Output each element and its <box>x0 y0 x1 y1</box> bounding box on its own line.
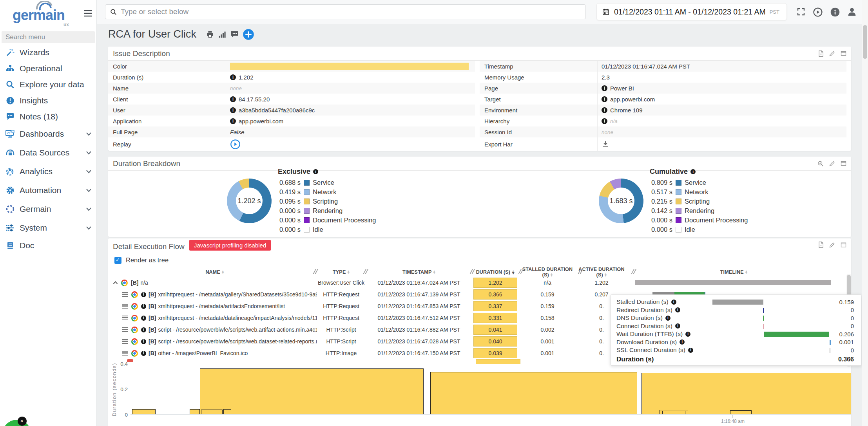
sidebar-nav: Wizards Operational Explore your data In… <box>0 44 96 253</box>
waterfall-bar[interactable] <box>223 409 231 414</box>
page-scrollbar-thumb[interactable] <box>863 25 867 59</box>
info-icon[interactable] <box>602 118 607 124</box>
info-icon[interactable] <box>141 351 146 356</box>
info-icon[interactable] <box>665 316 670 321</box>
window-icon[interactable] <box>841 161 846 166</box>
info-icon[interactable] <box>141 339 146 344</box>
checkbox-checked-icon[interactable] <box>114 257 121 264</box>
sidebar-search-input[interactable] <box>2 31 95 43</box>
info-icon[interactable] <box>141 327 146 332</box>
column-resize-handle[interactable] <box>364 269 368 274</box>
info-icon[interactable] <box>141 292 146 297</box>
sidebar-item-analytics[interactable]: Analytics <box>0 162 96 181</box>
chat-close-icon[interactable] <box>18 417 27 426</box>
row-menu-icon[interactable] <box>122 292 128 297</box>
info-icon[interactable] <box>141 316 146 321</box>
info-icon[interactable] <box>685 332 690 337</box>
waterfall-bar[interactable] <box>200 368 424 414</box>
play-circle-icon[interactable] <box>813 7 823 17</box>
column-header-stalled-duration[interactable]: STALLED DURATION (S)▲▼ <box>518 267 576 278</box>
column-resize-handle[interactable] <box>632 269 636 274</box>
column-resize-handle[interactable] <box>313 269 317 274</box>
page-scrollbar[interactable] <box>862 0 868 426</box>
info-icon[interactable] <box>141 304 146 309</box>
info-icon[interactable] <box>675 323 680 329</box>
window-icon[interactable] <box>841 51 846 56</box>
sidebar-item-notes[interactable]: Notes (18) <box>0 108 96 125</box>
comment-icon[interactable] <box>230 30 239 39</box>
dashed-circle-icon <box>5 204 16 214</box>
global-search-input[interactable] <box>121 7 581 16</box>
user-icon[interactable] <box>846 6 857 17</box>
edit-pencil-icon[interactable] <box>829 51 835 56</box>
column-header-active-duration[interactable]: ACTIVE DURATION (S)▲▼ <box>576 267 627 278</box>
sidebar-item-dashboards[interactable]: Dashboards <box>0 125 96 143</box>
waterfall-bar[interactable] <box>190 409 200 414</box>
sidebar-item-automation[interactable]: Automation <box>0 181 96 200</box>
info-icon[interactable] <box>690 169 696 174</box>
menu-toggle-icon[interactable] <box>83 9 92 17</box>
info-icon[interactable] <box>830 7 840 17</box>
info-icon[interactable] <box>688 348 693 353</box>
replay-play-icon[interactable] <box>230 139 241 150</box>
cumulative-donut-chart[interactable]: 1.683 s <box>599 179 643 223</box>
waterfall-bar[interactable] <box>132 409 156 414</box>
edit-pencil-icon[interactable] <box>829 161 835 166</box>
sidebar-item-insights[interactable]: Insights <box>0 92 96 108</box>
fullscreen-icon[interactable] <box>796 7 806 16</box>
waterfall-bar[interactable] <box>662 411 685 414</box>
download-icon[interactable] <box>602 140 609 148</box>
info-icon[interactable] <box>230 107 236 113</box>
info-icon[interactable] <box>671 300 676 305</box>
info-icon[interactable] <box>602 96 607 102</box>
info-icon[interactable] <box>602 107 607 113</box>
column-resize-handle[interactable] <box>578 269 582 274</box>
sidebar-item-doc[interactable]: Doc <box>0 237 96 253</box>
sidebar-item-explore-your-data[interactable]: Explore your data <box>0 76 96 92</box>
sidebar-item-system[interactable]: System <box>0 218 96 237</box>
info-icon[interactable] <box>675 307 680 312</box>
exclusive-donut-chart[interactable]: 1.202 s <box>227 179 272 223</box>
column-header-timeline[interactable]: TIMELINE▲▼ <box>627 269 841 275</box>
zoom-icon[interactable] <box>817 161 824 167</box>
row-menu-icon[interactable] <box>122 351 128 356</box>
waterfall-bar[interactable] <box>730 410 752 414</box>
sidebar-item-germain[interactable]: Germain <box>0 200 96 218</box>
print-icon[interactable] <box>206 30 214 39</box>
window-icon[interactable] <box>841 242 846 248</box>
sliders-icon <box>5 223 16 233</box>
info-icon[interactable] <box>230 96 236 102</box>
row-menu-icon[interactable] <box>122 339 128 344</box>
sidebar-item-wizards[interactable]: Wizards <box>0 44 96 60</box>
info-icon[interactable] <box>313 169 318 174</box>
edit-pencil-icon[interactable] <box>829 242 835 248</box>
info-icon[interactable] <box>680 339 685 345</box>
column-header-timestamp[interactable]: TIMESTAMP▲▼ <box>366 269 472 275</box>
signal-bars-icon[interactable] <box>218 30 227 39</box>
column-resize-handle[interactable] <box>519 269 523 274</box>
export-icon[interactable] <box>818 242 824 248</box>
info-icon[interactable] <box>602 85 607 91</box>
export-icon[interactable] <box>818 51 824 57</box>
timeline-bar[interactable] <box>627 280 837 285</box>
column-header-duration[interactable]: DURATION (S)▲▼ <box>472 269 518 275</box>
info-icon[interactable] <box>230 74 236 80</box>
collapse-chevron-icon[interactable] <box>113 281 118 285</box>
waterfall-bar[interactable] <box>201 410 223 414</box>
waterfall-bar[interactable] <box>430 372 637 414</box>
date-range-picker[interactable]: 01/12/2023 01:11 AM - 01/12/2023 01:21 A… <box>596 3 787 20</box>
row-menu-icon[interactable] <box>122 304 128 309</box>
sidebar-item-operational[interactable]: Operational <box>0 60 96 76</box>
add-icon[interactable] <box>243 29 254 40</box>
waterfall-bar[interactable] <box>641 373 851 414</box>
column-header-name[interactable]: NAME▲▼ <box>113 269 317 275</box>
render-as-tree-checkbox[interactable]: Render as tree <box>114 256 169 264</box>
column-resize-handle[interactable] <box>470 269 474 274</box>
column-header-type[interactable]: TYPE▲▼ <box>317 269 366 275</box>
sidebar-item-data-sources[interactable]: Data Sources <box>0 143 96 162</box>
row-menu-icon[interactable] <box>122 327 128 332</box>
row-menu-icon[interactable] <box>122 316 128 320</box>
tooltip-bar <box>763 308 764 313</box>
table-row[interactable]: [B]n/a Browser:User Click 01/12/2023 01:… <box>108 277 846 289</box>
info-icon[interactable] <box>230 118 236 124</box>
